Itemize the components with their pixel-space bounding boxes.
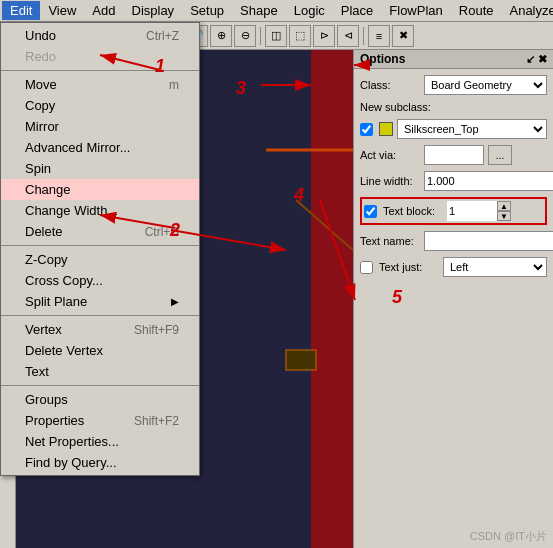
menu-item-change-width-label: Change Width... [25,203,118,218]
edit-menu: Undo Ctrl+Z Redo Move m Copy Mirror Adva… [0,22,200,476]
menu-item-undo-shortcut: Ctrl+Z [146,29,179,43]
toolbar-btn-16[interactable]: ✖ [392,25,414,47]
text-block-up-btn[interactable]: ▲ [497,201,511,211]
act-via-label: Act via: [360,149,420,161]
options-panel-title: Options [360,52,405,66]
menu-item-move-label: Move [25,77,57,92]
text-name-input[interactable] [424,231,553,251]
options-panel-content: Class: Board Geometry New subclass: Silk… [354,69,553,283]
menu-item-move[interactable]: Move m [1,74,199,95]
toolbar-btn-13[interactable]: ⊳ [313,25,335,47]
menu-item-properties-shortcut: Shift+F2 [134,414,179,428]
menu-item-copy-label: Copy [25,98,55,113]
menubar-item-route[interactable]: Route [451,1,502,20]
menubar-item-flowplan[interactable]: FlowPlan [381,1,450,20]
subclass-select[interactable]: Silkscreen_Top [397,119,547,139]
menu-item-undo[interactable]: Undo Ctrl+Z [1,25,199,46]
new-subclass-label: New subclass: [360,101,431,113]
menu-item-move-shortcut: m [169,78,179,92]
menu-item-zcopy-label: Z-Copy [25,252,68,267]
toolbar-btn-14[interactable]: ⊲ [337,25,359,47]
annotation-3: 3 [236,78,246,99]
text-name-label: Text name: [360,235,420,247]
menubar-item-setup[interactable]: Setup [182,1,232,20]
toolbar-btn-12[interactable]: ⬚ [289,25,311,47]
menu-separator-1 [1,70,199,71]
menu-item-undo-label: Undo [25,28,56,43]
split-plane-arrow-icon: ▶ [171,296,179,307]
menu-item-advanced-mirror[interactable]: Advanced Mirror... [1,137,199,158]
class-label: Class: [360,79,420,91]
menu-item-change-width[interactable]: Change Width... [1,200,199,221]
menu-item-vertex-shortcut: Shift+F9 [134,323,179,337]
act-via-row: Act via: ... [360,145,547,165]
menubar-item-shape[interactable]: Shape [232,1,286,20]
toolbar-btn-9[interactable]: ⊕ [210,25,232,47]
menubar-item-edit[interactable]: Edit [2,1,40,20]
text-block-checkbox[interactable] [364,205,377,218]
text-block-input[interactable] [447,201,497,221]
act-via-button[interactable]: ... [488,145,512,165]
menu-item-delete-vertex-label: Delete Vertex [25,343,103,358]
annotation-2: 2 [170,220,180,241]
menu-item-zcopy[interactable]: Z-Copy [1,249,199,270]
menu-item-cross-copy[interactable]: Cross Copy... [1,270,199,291]
menu-item-split-plane-label: Split Plane [25,294,87,309]
text-block-spinbox: ▲ ▼ [447,201,511,221]
menu-item-find-by-query[interactable]: Find by Query... [1,452,199,473]
watermark: CSDN @IT小片 [470,529,547,544]
menu-item-text[interactable]: Text [1,361,199,382]
options-panel-header: Options ↙ ✖ [354,50,553,69]
menu-item-mirror[interactable]: Mirror [1,116,199,137]
menubar-item-add[interactable]: Add [84,1,123,20]
menu-separator-3 [1,315,199,316]
menu-item-change[interactable]: Change [1,179,199,200]
menu-separator-4 [1,385,199,386]
menubar-item-view[interactable]: View [40,1,84,20]
line-width-row: Line width: [360,171,547,191]
menubar-item-display[interactable]: Display [124,1,183,20]
act-via-input[interactable] [424,145,484,165]
toolbar-separator-4 [363,27,364,45]
menubar-item-analyze[interactable]: Analyze [501,1,553,20]
toolbar-btn-15[interactable]: ≡ [368,25,390,47]
menu-item-redo[interactable]: Redo [1,46,199,67]
text-just-checkbox[interactable] [360,261,373,274]
subclass-row: Silkscreen_Top [360,119,547,139]
class-row: Class: Board Geometry [360,75,547,95]
text-just-label: Text just: [379,261,439,273]
menubar-item-place[interactable]: Place [333,1,382,20]
menubar-item-logic[interactable]: Logic [286,1,333,20]
menu-item-groups[interactable]: Groups [1,389,199,410]
menu-item-text-label: Text [25,364,49,379]
text-just-row: Text just: Left [360,257,547,277]
menu-item-copy[interactable]: Copy [1,95,199,116]
text-block-down-btn[interactable]: ▼ [497,211,511,221]
new-subclass-label-row: New subclass: [360,101,547,113]
subclass-checkbox[interactable] [360,123,373,136]
toolbar-btn-11[interactable]: ◫ [265,25,287,47]
menu-item-advanced-mirror-label: Advanced Mirror... [25,140,131,155]
subclass-color-swatch[interactable] [379,122,393,136]
menubar: Edit View Add Display Setup Shape Logic … [0,0,553,22]
toolbar-separator-3 [260,27,261,45]
line-width-input[interactable] [424,171,553,191]
menu-item-net-properties-label: Net Properties... [25,434,119,449]
menu-item-change-label: Change [25,182,71,197]
options-panel-controls: ↙ ✖ [526,53,547,66]
text-block-label: Text block: [383,205,443,217]
menu-item-delete-vertex[interactable]: Delete Vertex [1,340,199,361]
menu-item-net-properties[interactable]: Net Properties... [1,431,199,452]
svg-rect-5 [286,350,316,370]
toolbar-btn-10[interactable]: ⊖ [234,25,256,47]
class-select[interactable]: Board Geometry [424,75,547,95]
menu-item-vertex[interactable]: Vertex Shift+F9 [1,319,199,340]
right-panel: Options ↙ ✖ Class: Board Geometry New su… [353,50,553,548]
menu-separator-2 [1,245,199,246]
menu-item-properties[interactable]: Properties Shift+F2 [1,410,199,431]
annotation-4: 4 [294,185,304,206]
menu-item-find-by-query-label: Find by Query... [25,455,117,470]
menu-item-split-plane[interactable]: Split Plane ▶ [1,291,199,312]
menu-item-spin[interactable]: Spin [1,158,199,179]
text-just-select[interactable]: Left [443,257,547,277]
